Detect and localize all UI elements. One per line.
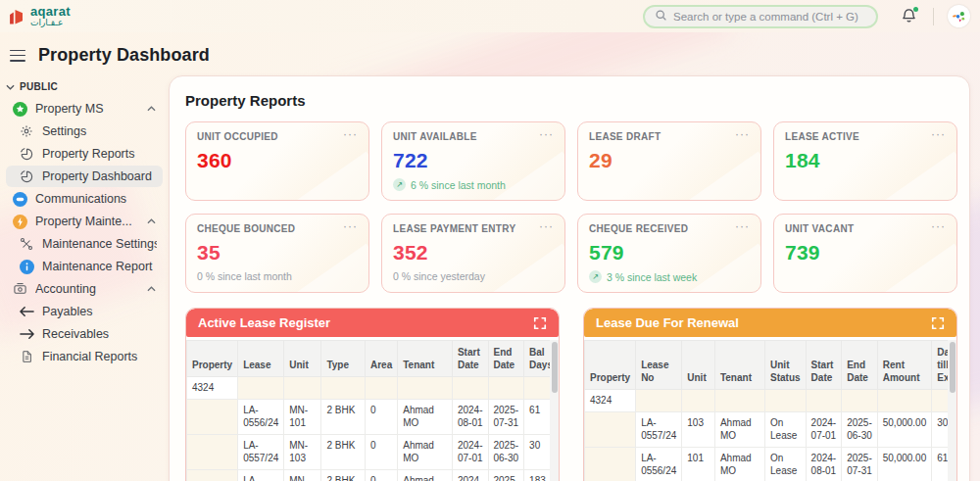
sidebar-section-label: PUBLIC	[20, 81, 58, 92]
main-panel: Property Reports UNIT OCCUPIED···360UNIT…	[169, 75, 970, 481]
table-row[interactable]: 4324	[585, 390, 956, 412]
sidebar-item-label: Property MS	[35, 102, 139, 116]
kpi-value: 35	[197, 241, 358, 265]
table-row[interactable]: LA-0556/24MN-1012 BHK0Ahmad MO2024-08-01…	[187, 399, 559, 434]
sidebar-item-property-reports[interactable]: Property Reports	[6, 143, 163, 165]
card-menu-button[interactable]: ···	[343, 223, 358, 229]
column-header-tenant: Tenant	[398, 341, 453, 377]
notifications-bell-icon[interactable]	[900, 7, 919, 26]
sidebar-item-property-dashboard[interactable]: Property Dashboard	[6, 166, 163, 187]
table-row[interactable]: LA-0556/24101Ahmad MOOn Lease2024-08-012…	[585, 447, 956, 481]
cash-icon	[12, 281, 27, 297]
table-title: Lease Due For Renewal	[596, 315, 739, 330]
active-lease-register-table-card: Active Lease RegisterPropertyLeaseUnitTy…	[185, 308, 560, 481]
table-cell: 2025-06-30	[488, 434, 524, 469]
tools-icon	[19, 236, 34, 252]
vertical-scrollbar[interactable]	[950, 342, 956, 393]
sidebar-item-label: Property Reports	[42, 147, 157, 161]
sidebar-item-label: Financial Reports	[42, 350, 157, 363]
card-menu-button[interactable]: ···	[735, 223, 750, 229]
table-cell: 50,000.00	[877, 411, 932, 447]
notification-dot	[913, 7, 918, 12]
card-menu-button[interactable]: ···	[931, 223, 946, 229]
sidebar-item-property-ms[interactable]: Property MS	[6, 98, 163, 120]
sidebar-item-label: Maintenance Settings	[42, 237, 157, 251]
table-cell: Ahmad MO	[398, 434, 453, 469]
table-cell: LA-0556/24	[636, 447, 682, 481]
kpi-card-unit-occupied: UNIT OCCUPIED···360	[185, 121, 369, 201]
menu-hamburger-icon[interactable]	[10, 50, 25, 62]
kpi-label: UNIT OCCUPIED	[197, 131, 278, 142]
table-cell: 50,000.00	[877, 447, 932, 481]
card-menu-button[interactable]: ···	[539, 223, 554, 229]
sidebar-item-label: Receivables	[42, 327, 157, 341]
table-cell	[585, 411, 636, 447]
table-row[interactable]: 4324	[187, 377, 559, 400]
chevron-down-icon	[6, 81, 15, 92]
table-cell: 2 BHK	[321, 399, 366, 434]
kpi-cards-grid: UNIT OCCUPIED···360UNIT AVAILABLE···722↗…	[185, 121, 957, 293]
vertical-scrollbar[interactable]	[552, 342, 558, 393]
app-logo[interactable]: aqarat عـقـارات	[8, 5, 71, 27]
table-cell: 2025-07-31	[842, 447, 878, 481]
column-header-start-date: Start Date	[452, 341, 488, 377]
sidebar-item-receivables[interactable]: Receivables	[6, 323, 163, 345]
sidebar-item-settings[interactable]: Settings	[6, 120, 163, 142]
sidebar-item-accounting[interactable]: Accounting	[6, 278, 163, 300]
table-row[interactable]: LA-0557/24MN-1032 BHK0Ahmad MO2024-07-01…	[187, 434, 559, 469]
table-row[interactable]: LA-0557/24103Ahmad MOOn Lease2024-07-012…	[585, 411, 956, 447]
logo-text: aqarat	[30, 5, 71, 18]
expand-icon[interactable]	[533, 316, 547, 330]
table-cell: 4324	[585, 390, 636, 412]
column-header-end-date: End Date	[842, 341, 878, 390]
chevron-up-icon[interactable]	[147, 106, 157, 112]
sidebar-section-public[interactable]: PUBLIC	[6, 79, 163, 98]
kpi-label: LEASE DRAFT	[589, 131, 661, 142]
column-header-rent-amount: Rent Amount	[877, 341, 932, 390]
kpi-value: 722	[393, 149, 554, 172]
chevron-up-icon[interactable]	[147, 286, 157, 292]
sidebar: PUBLIC Property MSSettingsProperty Repor…	[0, 75, 169, 368]
kpi-label: CHEQUE BOUNCED	[197, 223, 295, 234]
sidebar-item-property-mainte[interactable]: Property Mainte...	[6, 211, 163, 232]
table-cell	[636, 390, 682, 412]
table-cell: 2024-07-01	[806, 411, 842, 447]
global-search[interactable]	[643, 5, 878, 28]
sidebar-item-payables[interactable]: Payables	[6, 301, 163, 322]
column-header-unit-status: Unit Status	[765, 341, 807, 390]
table-cell: 2 BHK	[321, 434, 366, 469]
trend-up-icon: ↗	[393, 178, 406, 191]
search-input[interactable]	[673, 11, 866, 23]
column-header-lease-no: Lease No	[636, 341, 682, 390]
pie-chart-icon	[19, 168, 34, 184]
card-menu-button[interactable]: ···	[735, 131, 750, 137]
column-header-start-date: Start Date	[806, 341, 842, 390]
table-row[interactable]: LA-MN-1042 BHK0Ahmad MO2024-2025-183	[187, 469, 559, 481]
table-cell	[187, 434, 238, 469]
chevron-up-icon[interactable]	[147, 218, 157, 224]
kpi-value: 352	[393, 241, 554, 265]
table-cell: MN-101	[284, 399, 321, 434]
table-cell: 0	[365, 434, 397, 469]
table-cell: LA-0557/24	[636, 411, 682, 447]
sidebar-item-label: Accounting	[35, 282, 139, 296]
table-cell: MN-104	[284, 469, 321, 481]
sidebar-item-maintenance-report[interactable]: Maintenance Report	[6, 256, 163, 277]
sidebar-item-financial-reports[interactable]: Financial Reports	[6, 346, 163, 367]
table-cell: 103	[682, 411, 715, 447]
trend-up-icon: ↗	[589, 270, 602, 283]
user-avatar[interactable]	[948, 5, 970, 27]
table-cell: Ahmad MO	[714, 447, 764, 481]
column-header-tenant: Tenant	[714, 341, 764, 390]
sidebar-item-maintenance-settings[interactable]: Maintenance Settings	[6, 233, 163, 255]
table-cell	[284, 377, 321, 400]
lease-due-for-renewal-table-card: Lease Due For RenewalPropertyLease NoUni…	[583, 308, 957, 481]
card-menu-button[interactable]: ···	[539, 131, 554, 137]
card-menu-button[interactable]: ···	[343, 131, 358, 137]
sidebar-item-communications[interactable]: Communications	[6, 188, 163, 210]
card-menu-button[interactable]: ···	[931, 131, 946, 137]
expand-icon[interactable]	[931, 316, 945, 330]
kpi-trend: 0 % since yesterday	[393, 270, 554, 282]
sidebar-item-label: Communications	[35, 192, 157, 206]
panel-title: Property Reports	[185, 92, 957, 109]
